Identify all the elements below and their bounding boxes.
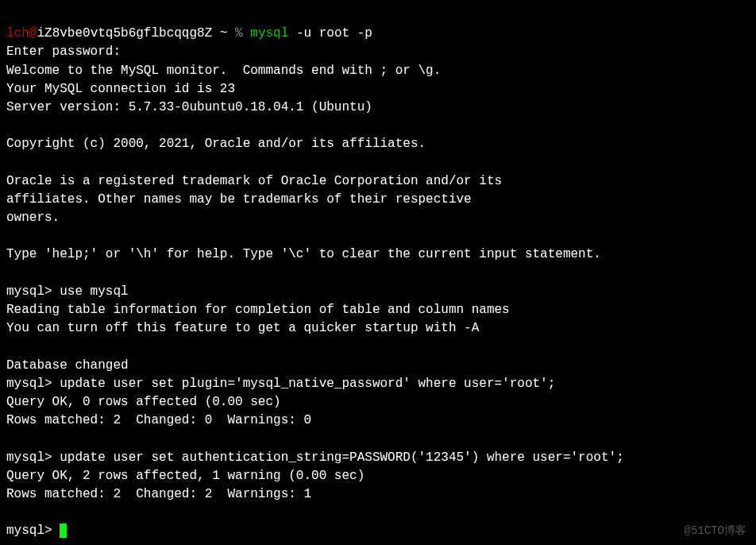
shell-path: ~ bbox=[212, 26, 235, 41]
line-db-changed: Database changed bbox=[6, 358, 129, 373]
mysql-update-plugin-cmd: mysql> update user set plugin='mysql_nat… bbox=[6, 377, 555, 391]
shell-pct: % bbox=[235, 26, 250, 41]
line-trademark-1: Oracle is a registered trademark of Orac… bbox=[6, 174, 502, 188]
line-rows-matched-2: Rows matched: 2 Changed: 2 Warnings: 1 bbox=[6, 487, 311, 501]
line-trademark-2: affiliates. Other names may be trademark… bbox=[6, 192, 472, 207]
line-trademark-3: owners. bbox=[6, 211, 60, 225]
line-query-ok-2: Query OK, 2 rows affected, 1 warning (0.… bbox=[6, 469, 364, 483]
line-query-ok-1: Query OK, 0 rows affected (0.00 sec) bbox=[6, 395, 281, 409]
line-connection-id: Your MySQL connection id is 23 bbox=[6, 82, 235, 96]
line-copyright: Copyright (c) 2000, 2021, Oracle and/or … bbox=[6, 137, 426, 151]
watermark-text: @51CTO博客 bbox=[685, 523, 746, 539]
terminal-output[interactable]: lch@iZ8vbe0vtq5b6gflbcqqg8Z ~ % mysql -u… bbox=[6, 6, 750, 540]
shell-at: @ bbox=[29, 26, 37, 41]
shell-user: lch bbox=[6, 26, 29, 41]
mysql-use-cmd: mysql> use mysql bbox=[6, 284, 129, 299]
line-reading-tables: Reading table information for completion… bbox=[6, 303, 510, 317]
line-rows-matched-1: Rows matched: 2 Changed: 0 Warnings: 0 bbox=[6, 413, 311, 427]
line-welcome: Welcome to the MySQL monitor. Commands e… bbox=[6, 64, 441, 78]
line-server-version: Server version: 5.7.33-0ubuntu0.18.04.1 … bbox=[6, 100, 372, 114]
line-turn-off-a: You can turn off this feature to get a q… bbox=[6, 321, 479, 335]
mysql-update-password-cmd: mysql> update user set authentication_st… bbox=[6, 450, 624, 465]
line-help: Type 'help;' or '\h' for help. Type '\c'… bbox=[6, 247, 601, 261]
shell-host: iZ8vbe0vtq5b6gflbcqqg8Z bbox=[37, 26, 212, 41]
shell-command-args: -u root -p bbox=[288, 26, 372, 41]
shell-command: mysql bbox=[250, 26, 288, 41]
cursor-icon bbox=[60, 524, 67, 538]
mysql-prompt-current[interactable]: mysql> bbox=[6, 524, 60, 538]
line-enter-password: Enter password: bbox=[6, 44, 121, 59]
